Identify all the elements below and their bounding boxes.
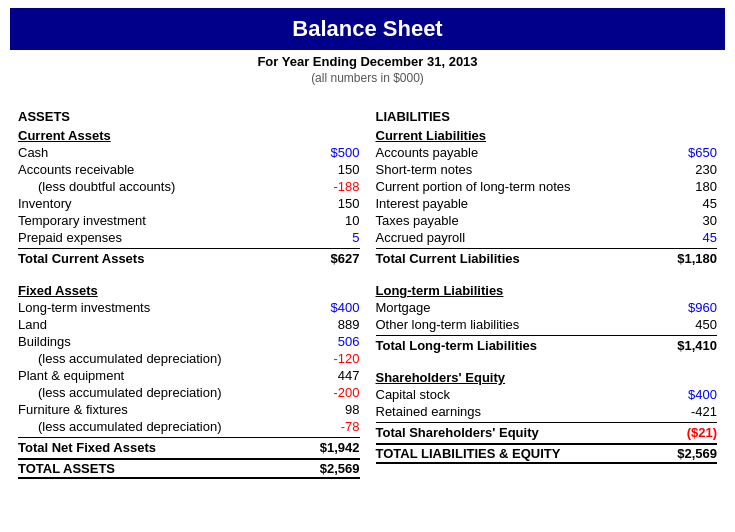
- subtitle: For Year Ending December 31, 2013: [0, 54, 735, 69]
- list-item: Temporary investment 10: [18, 212, 360, 229]
- list-item: (less doubtful accounts) -188: [18, 178, 360, 195]
- fixed-assets-title: Fixed Assets: [18, 283, 360, 298]
- liabilities-section-title: LIABILITIES: [376, 109, 718, 124]
- list-item: Accounts payable $650: [376, 144, 718, 161]
- total-current-liabilities: Total Current Liabilities $1,180: [376, 248, 718, 267]
- total-assets: TOTAL ASSETS $2,569: [18, 458, 360, 479]
- assets-section-title: ASSETS: [18, 109, 360, 124]
- page-title: Balance Sheet: [10, 16, 725, 42]
- list-item: Furniture & fixtures 98: [18, 401, 360, 418]
- list-item: Short-term notes 230: [376, 161, 718, 178]
- list-item: Capital stock $400: [376, 386, 718, 403]
- total-net-fixed-assets: Total Net Fixed Assets $1,942: [18, 437, 360, 456]
- list-item: Taxes payable 30: [376, 212, 718, 229]
- list-item: Inventory 150: [18, 195, 360, 212]
- list-item: Current portion of long-term notes 180: [376, 178, 718, 195]
- list-item: (less accumulated depreciation) -78: [18, 418, 360, 435]
- shareholders-equity-title: Shareholders' Equity: [376, 370, 718, 385]
- subtitle-small: (all numbers in $000): [0, 71, 735, 85]
- list-item: Buildings 506: [18, 333, 360, 350]
- total-long-term-liabilities: Total Long-term Liabilities $1,410: [376, 335, 718, 354]
- current-liabilities-title: Current Liabilities: [376, 128, 718, 143]
- list-item: (less accumulated depreciation) -200: [18, 384, 360, 401]
- total-liabilities-equity: TOTAL LIABILITIES & EQUITY $2,569: [376, 443, 718, 464]
- list-item: Plant & equipment 447: [18, 367, 360, 384]
- list-item: Accounts receivable 150: [18, 161, 360, 178]
- list-item: Mortgage $960: [376, 299, 718, 316]
- list-item: Long-term investments $400: [18, 299, 360, 316]
- list-item: Interest payable 45: [376, 195, 718, 212]
- list-item: Prepaid expenses 5: [18, 229, 360, 246]
- list-item: (less accumulated depreciation) -120: [18, 350, 360, 367]
- long-term-liabilities-title: Long-term Liabilities: [376, 283, 718, 298]
- list-item: Retained earnings -421: [376, 403, 718, 420]
- list-item: Other long-term liabilities 450: [376, 316, 718, 333]
- list-item: Land 889: [18, 316, 360, 333]
- header-bar: Balance Sheet: [10, 8, 725, 50]
- current-assets-title: Current Assets: [18, 128, 360, 143]
- total-current-assets: Total Current Assets $627: [18, 248, 360, 267]
- list-item: Cash $500: [18, 144, 360, 161]
- liabilities-column: LIABILITIES Current Liabilities Accounts…: [368, 103, 726, 479]
- list-item: Accrued payroll 45: [376, 229, 718, 246]
- total-shareholders-equity: Total Shareholders' Equity ($21): [376, 422, 718, 441]
- assets-column: ASSETS Current Assets Cash $500 Accounts…: [10, 103, 368, 479]
